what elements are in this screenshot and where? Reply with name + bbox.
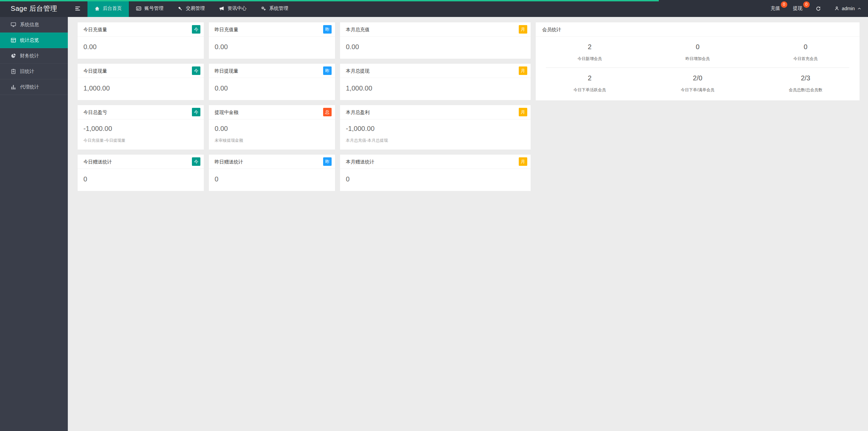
stat-value: 2	[536, 43, 644, 51]
nav-label: 后台首页	[103, 5, 122, 12]
sidebar-item-agent-stats[interactable]: 代理统计	[0, 79, 68, 95]
tab-news-center[interactable]: 资讯中心	[212, 0, 254, 17]
stat-card-yesterday-withdraw: 昨日提现量 昨 0.00	[209, 64, 335, 100]
stat-cards-grid: 今日充值量 今 0.00 昨日充值量 昨 0.00	[78, 22, 531, 191]
chevron-up-icon	[857, 6, 862, 11]
card-badge: 月	[519, 66, 527, 75]
card-title: 提现中金额	[215, 110, 238, 115]
card-value: 0	[83, 175, 198, 183]
person-icon	[834, 6, 840, 11]
stat-value: 2/0	[644, 74, 751, 82]
card-badge: 昨	[323, 157, 332, 166]
card-title: 本月赠送统计	[346, 159, 374, 164]
layout-grid-icon	[11, 37, 16, 43]
stat-value: 2	[536, 74, 644, 82]
card-value: 1,000.00	[346, 84, 525, 92]
card-badge: 昨	[323, 25, 332, 34]
stat-card-month-gift: 本月赠送统计 月 0	[340, 155, 531, 191]
stat-card-month-deposit: 本月总充值 月 0.00	[340, 22, 531, 59]
card-badge: 总	[323, 108, 332, 116]
card-value: 0	[215, 175, 329, 183]
card-badge: 今	[192, 66, 200, 75]
gavel-icon	[178, 6, 183, 11]
monitor-icon	[11, 22, 16, 27]
stat-card-month-profit: 本月总盈利 月 -1,000.00 本月总充值-本月总提现	[340, 105, 531, 150]
stat-card-today-profit-loss: 今日总盈亏 今 -1,000.00 今日充值量-今日提现量	[78, 105, 204, 150]
card-value: 0	[346, 175, 525, 183]
loading-progress-bar	[0, 0, 659, 1]
content-area: 今日充值量 今 0.00 昨日充值量 昨 0.00	[68, 17, 868, 431]
tab-trade-management[interactable]: 交易管理	[171, 0, 212, 17]
card-title: 本月总充值	[346, 27, 370, 32]
pie-chart-icon	[11, 53, 16, 59]
stat-card-today-gift: 今日赠送统计 今 0	[78, 155, 204, 191]
gears-icon	[261, 6, 266, 11]
stat-label: 今日新增会员	[536, 56, 644, 62]
nav-label: 系统管理	[269, 5, 288, 12]
stat-card-yesterday-gift: 昨日赠送统计 昨 0	[209, 155, 335, 191]
card-badge: 今	[192, 108, 200, 116]
card-value: -1,000.00	[346, 125, 525, 133]
main-nav: 后台首页 账号管理 交易管理 资讯中心	[87, 0, 295, 17]
card-note: 今日充值量-今日提现量	[83, 138, 198, 143]
card-value: 0.00	[215, 125, 329, 133]
nav-label: 账号管理	[144, 5, 163, 12]
stat-label: 今日下单/满单会员	[644, 87, 751, 93]
refresh-button[interactable]	[809, 0, 828, 17]
stat-today-first-deposit-members: 0 今日首充会员	[752, 43, 860, 62]
stat-value: 0	[644, 43, 751, 51]
refresh-icon	[815, 6, 821, 12]
stat-label: 昨日增加会员	[644, 56, 751, 62]
sidebar-item-finance-stats[interactable]: 财务统计	[0, 48, 68, 64]
sidebar: 系统信息 统计总览 财务统计 旧统计 代理统计	[0, 17, 68, 431]
sidebar-item-label: 统计总览	[20, 37, 39, 43]
tab-system-management[interactable]: 系统管理	[254, 0, 295, 17]
card-title: 昨日赠送统计	[215, 159, 243, 164]
bar-chart-icon	[11, 84, 16, 90]
card-badge: 今	[192, 157, 200, 166]
sidebar-item-label: 代理统计	[20, 84, 39, 90]
sidebar-item-system-info[interactable]: 系统信息	[0, 17, 68, 33]
id-card-icon	[136, 6, 141, 11]
top-navbar: Sage 后台管理 后台首页 账号管理	[0, 0, 868, 17]
sidebar-item-label: 财务统计	[20, 53, 39, 59]
user-menu[interactable]: admin	[828, 0, 868, 17]
sidebar-item-label: 系统信息	[20, 22, 39, 28]
sidebar-toggle-button[interactable]	[68, 0, 87, 17]
stat-card-today-withdraw: 今日提现量 今 1,000.00	[78, 64, 204, 100]
tab-dashboard-home[interactable]: 后台首页	[87, 0, 129, 17]
card-title: 本月总提现	[346, 68, 370, 74]
nav-label: 资讯中心	[228, 5, 246, 12]
member-stats-panel: 会员统计 2 今日新增会员 0 昨日增加会员 0 今日首充会员	[536, 22, 860, 100]
stat-today-new-members: 2 今日新增会员	[536, 43, 644, 62]
card-value: 0.00	[346, 43, 525, 51]
stat-card-today-deposit: 今日充值量 今 0.00	[78, 22, 204, 59]
card-badge: 月	[519, 108, 527, 116]
recharge-button[interactable]: 充值 0	[764, 0, 787, 17]
nav-label: 交易管理	[186, 5, 205, 12]
stat-card-month-withdraw: 本月总提现 月 1,000.00	[340, 64, 531, 100]
card-value: 1,000.00	[83, 84, 198, 92]
home-icon	[95, 6, 100, 11]
stat-label: 今日下单活跃会员	[536, 87, 644, 93]
header-actions: 充值 0 提现 0 admin	[764, 0, 868, 17]
stat-yesterday-new-members: 0 昨日增加会员	[644, 43, 751, 62]
username: admin	[842, 6, 855, 11]
sidebar-item-stats-overview[interactable]: 统计总览	[0, 33, 68, 48]
stat-value: 0	[752, 43, 860, 51]
card-badge: 今	[192, 25, 200, 34]
stat-card-yesterday-deposit: 昨日充值量 昨 0.00	[209, 22, 335, 59]
card-title: 昨日提现量	[215, 68, 238, 74]
tab-account-management[interactable]: 账号管理	[129, 0, 171, 17]
withdraw-label: 提现	[793, 5, 803, 12]
sidebar-item-old-stats[interactable]: 旧统计	[0, 64, 68, 79]
recharge-label: 充值	[771, 5, 780, 12]
card-title: 昨日充值量	[215, 27, 238, 32]
withdraw-button[interactable]: 提现 0	[787, 0, 809, 17]
card-title: 本月总盈利	[346, 110, 370, 115]
stat-card-pending-withdraw: 提现中金额 总 0.00 未审核提现金额	[209, 105, 335, 150]
card-badge: 昨	[323, 66, 332, 75]
stat-today-order-full-members: 2/0 今日下单/满单会员	[644, 74, 751, 93]
card-value: 0.00	[215, 43, 329, 51]
stat-label: 会员总数/总会员数	[752, 87, 860, 93]
